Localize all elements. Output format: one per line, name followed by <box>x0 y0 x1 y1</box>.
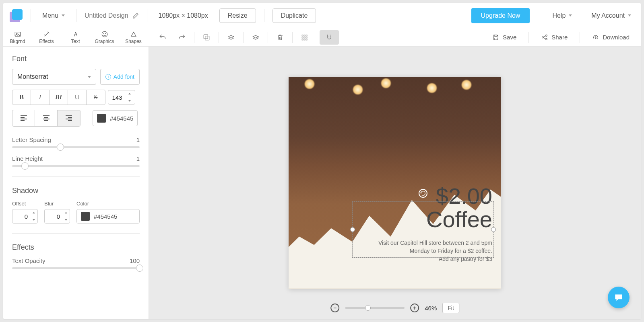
menu-label: Menu <box>42 12 58 19</box>
shadow-offset-input[interactable] <box>12 209 38 224</box>
zoom-slider[interactable] <box>345 307 405 309</box>
app-logo[interactable] <box>10 9 23 22</box>
offset-label: Offset <box>12 201 38 207</box>
add-font-button[interactable]: + Add font <box>100 69 140 85</box>
underline-button[interactable]: U <box>68 90 87 105</box>
dimensions-label: 1080px × 1080px <box>155 10 211 21</box>
copy-icon <box>202 33 211 41</box>
font-family-select[interactable]: Montserrat <box>12 69 96 85</box>
letter-spacing-slider[interactable] <box>12 146 140 148</box>
color-swatch <box>97 114 106 123</box>
share-icon <box>541 34 548 41</box>
account-dropdown[interactable]: My Account <box>588 10 634 21</box>
svg-rect-12 <box>306 37 307 38</box>
effects-section-title: Effects <box>12 243 140 252</box>
selection-outline[interactable] <box>352 201 494 258</box>
trash-icon <box>276 33 284 41</box>
help-dropdown[interactable]: Help <box>549 10 575 21</box>
resize-handle-right[interactable] <box>491 227 496 232</box>
caret-down-icon <box>62 14 65 16</box>
size-decrease[interactable] <box>126 97 133 105</box>
caret-down-icon <box>88 76 91 78</box>
align-center-button[interactable] <box>35 110 58 126</box>
bold-button[interactable]: B <box>12 90 31 105</box>
tab-graphics[interactable]: Graphics <box>90 28 119 46</box>
svg-rect-6 <box>204 35 208 39</box>
zoom-percent: 46% <box>425 305 437 312</box>
redo-icon <box>178 33 186 41</box>
line-height-slider[interactable] <box>12 165 140 167</box>
zoom-controls: − + 46% Fit <box>330 303 459 313</box>
text-color-picker[interactable]: #454545 <box>93 110 138 126</box>
design-canvas[interactable]: $2.00 Coffee Visit our Capitol Hill stor… <box>289 77 501 289</box>
line-height-value: 1 <box>136 155 140 162</box>
download-button[interactable]: Download <box>592 34 630 41</box>
svg-point-16 <box>542 37 544 38</box>
resize-handle-left[interactable] <box>350 227 355 232</box>
bold-italic-button[interactable]: BI <box>50 90 68 105</box>
tab-effects[interactable]: Effects <box>32 28 61 46</box>
redo-button[interactable] <box>172 28 192 47</box>
font-section-title: Font <box>12 55 140 63</box>
resize-button[interactable]: Resize <box>219 8 256 23</box>
svg-point-3 <box>103 33 104 34</box>
caret-down-icon <box>569 14 572 16</box>
rotate-handle[interactable] <box>419 189 427 198</box>
shadow-blur-input[interactable] <box>44 209 70 224</box>
layer-up-icon <box>252 33 260 41</box>
caret-down-icon <box>628 14 631 16</box>
chat-icon <box>613 292 624 303</box>
magnet-icon <box>325 33 333 41</box>
svg-point-18 <box>546 38 547 40</box>
document-title[interactable]: Untitled Design <box>85 12 139 19</box>
save-button[interactable]: Save <box>492 34 516 41</box>
text-opacity-value: 100 <box>130 257 140 264</box>
svg-rect-9 <box>306 35 307 36</box>
tab-shapes[interactable]: Shapes <box>119 28 148 46</box>
chat-support-button[interactable] <box>608 287 630 308</box>
share-button[interactable]: Share <box>541 34 568 41</box>
undo-icon <box>159 33 167 41</box>
align-left-button[interactable] <box>12 110 35 126</box>
svg-rect-11 <box>304 37 305 38</box>
grid-button[interactable] <box>295 28 314 47</box>
align-right-button[interactable] <box>58 110 80 126</box>
svg-point-17 <box>546 35 547 36</box>
zoom-fit-button[interactable]: Fit <box>442 303 459 313</box>
menu-dropdown[interactable]: Menu <box>39 10 68 21</box>
undo-button[interactable] <box>153 28 172 47</box>
svg-point-4 <box>105 33 105 34</box>
zoom-out-button[interactable]: − <box>330 304 339 312</box>
properties-panel: Font Montserrat + Add font B I BI U S <box>3 47 149 319</box>
shadow-color-picker[interactable]: #454545 <box>76 209 140 224</box>
wand-icon <box>43 31 50 38</box>
svg-rect-13 <box>302 39 303 40</box>
duplicate-button[interactable]: Duplicate <box>272 8 316 23</box>
svg-rect-7 <box>302 35 303 36</box>
smiley-icon <box>101 31 108 38</box>
letter-spacing-value: 1 <box>136 136 140 143</box>
upgrade-button[interactable]: Upgrade Now <box>471 8 530 23</box>
svg-rect-10 <box>302 37 303 38</box>
font-size-input[interactable] <box>108 90 135 105</box>
italic-button[interactable]: I <box>31 90 50 105</box>
copy-button[interactable] <box>197 28 216 47</box>
snap-button[interactable] <box>320 30 339 45</box>
bring-front-button[interactable] <box>246 28 265 47</box>
zoom-in-button[interactable]: + <box>410 304 419 312</box>
shadow-color-label: Color <box>76 201 140 207</box>
shadow-section-title: Shadow <box>12 187 140 195</box>
svg-rect-14 <box>304 39 305 40</box>
download-icon <box>592 34 599 41</box>
delete-button[interactable] <box>270 28 290 47</box>
letter-spacing-label: Letter Spacing <box>12 136 51 143</box>
strike-button[interactable]: S <box>87 90 105 105</box>
tab-background[interactable]: Bkgrnd <box>3 28 32 46</box>
line-height-label: Line Height <box>12 155 43 162</box>
send-back-button[interactable] <box>221 28 241 47</box>
size-increase[interactable] <box>126 90 133 97</box>
save-icon <box>492 34 500 41</box>
tab-text[interactable]: Text <box>61 28 90 46</box>
blur-label: Blur <box>44 201 70 207</box>
text-opacity-slider[interactable] <box>12 267 140 269</box>
